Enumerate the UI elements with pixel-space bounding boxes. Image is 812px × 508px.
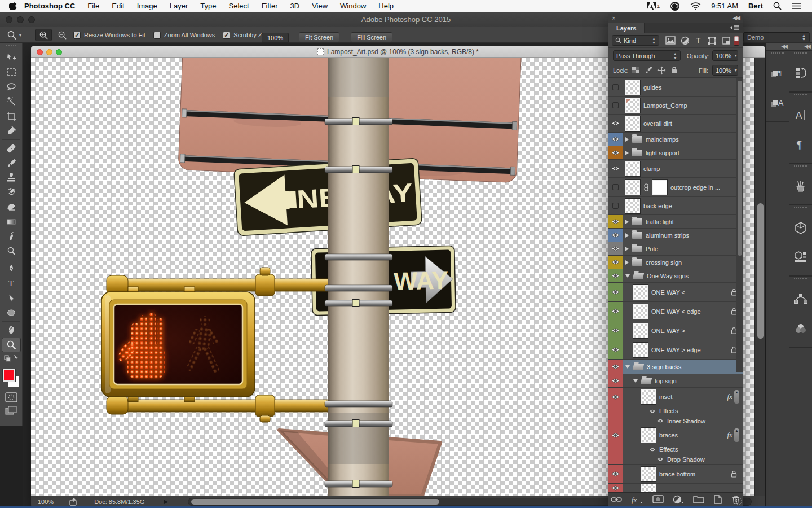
filter-toggle-switch[interactable] <box>734 36 739 46</box>
layer-name[interactable]: 3 sign backs <box>647 364 681 370</box>
menu-layer[interactable]: Layer <box>164 0 195 12</box>
layer-row[interactable]: clamp <box>608 160 743 178</box>
layer-thumbnail[interactable] <box>641 467 656 481</box>
panel-button-paragraph[interactable]: ¶ <box>789 130 812 159</box>
layer-row-content[interactable]: crossing sign <box>623 256 743 269</box>
layer-thumbnail[interactable] <box>625 116 640 131</box>
zoom-tool[interactable] <box>2 338 21 352</box>
layer-name[interactable]: mainclamps <box>646 136 679 143</box>
layer-row-content[interactable]: ONE WAY > <box>623 321 743 340</box>
visibility-cell[interactable] <box>608 302 623 321</box>
layer-row[interactable]: ONE WAY > edge <box>608 340 743 360</box>
visibility-cell[interactable] <box>608 160 623 177</box>
tools-grip[interactable] <box>6 45 16 49</box>
menubar-user[interactable]: Bert <box>743 2 768 10</box>
panel-button-color-themes[interactable] <box>789 314 812 343</box>
visibility-cell[interactable] <box>608 426 623 444</box>
layer-row-content[interactable]: Effects <box>623 406 743 416</box>
adjustment-filter-icon[interactable] <box>681 36 690 45</box>
visibility-cell[interactable] <box>608 340 623 359</box>
gradient-tool[interactable] <box>2 214 21 229</box>
dock-grip[interactable] <box>794 278 807 282</box>
checkbox-resize-windows-to-fit[interactable]: ✓Resize Windows to Fit <box>73 32 145 39</box>
collapse-caret-icon[interactable] <box>625 274 630 278</box>
layer-name[interactable]: One Way signs <box>647 273 689 279</box>
layer-group-row[interactable]: One Way signs <box>608 269 743 283</box>
visibility-cell[interactable] <box>608 374 623 387</box>
menubar-clock[interactable]: 9:51 AM <box>706 2 743 10</box>
layer-group-row[interactable]: traffic light <box>608 215 743 229</box>
lock-paint-icon[interactable] <box>645 66 653 75</box>
menu-view[interactable]: View <box>306 0 334 12</box>
layer-row-content[interactable]: 3 sign backs <box>623 360 743 374</box>
visibility-cell[interactable] <box>608 416 623 426</box>
layer-row[interactable]: brace bottom <box>608 465 743 484</box>
layer-row-content[interactable]: ONE WAY < edge <box>623 302 743 321</box>
visibility-cell[interactable] <box>608 146 623 159</box>
tab-layers[interactable]: Layers <box>608 23 645 33</box>
layer-name[interactable]: overall dirt <box>643 120 672 127</box>
layer-name[interactable]: Inner Shadow <box>667 418 705 424</box>
eye-small-icon[interactable] <box>657 418 664 423</box>
screen-mode-button[interactable] <box>2 405 21 417</box>
checkbox-box[interactable]: ✓ <box>73 32 81 39</box>
visibility-cell[interactable] <box>608 133 623 146</box>
layer-thumbnail[interactable] <box>625 80 640 95</box>
layer-name[interactable]: clamp <box>643 165 660 172</box>
layer-fx-badge[interactable]: fx <box>727 431 732 440</box>
checkbox-zoom-all-windows[interactable]: Zoom All Windows <box>153 32 215 39</box>
layer-name[interactable]: ONE WAY < <box>651 289 685 296</box>
blend-mode-dropdown[interactable]: Pass Through ▲▼ <box>613 50 681 61</box>
layer-row-content[interactable]: ONE WAY < <box>623 283 743 301</box>
eraser-tool[interactable] <box>2 200 21 214</box>
layer-row-content[interactable]: top sign <box>623 374 743 387</box>
brush-tool[interactable] <box>2 156 21 170</box>
marquee-tool[interactable] <box>2 65 21 80</box>
dock-grip[interactable] <box>771 52 784 56</box>
layer-group-row[interactable]: top sign <box>608 374 743 388</box>
layer-name[interactable]: crossing sign <box>646 259 682 266</box>
history-brush-tool[interactable] <box>2 185 21 200</box>
layer-name[interactable]: Effects <box>659 408 678 414</box>
pixel-filter-icon[interactable] <box>665 36 676 45</box>
layer-row-content[interactable]: back edge <box>623 197 743 214</box>
lock-position-icon[interactable] <box>657 66 666 75</box>
pen-tool[interactable] <box>2 261 21 276</box>
effects-row[interactable]: Effects <box>608 444 743 454</box>
move-tool[interactable] <box>2 50 21 65</box>
panel-close-icon[interactable]: × <box>612 15 615 21</box>
checkbox-box[interactable] <box>153 32 161 39</box>
expand-caret-icon[interactable] <box>625 151 629 155</box>
visibility-cell[interactable] <box>608 215 623 228</box>
visibility-empty-box[interactable] <box>612 84 619 90</box>
layer-thumbnail[interactable] <box>641 389 656 404</box>
layer-name[interactable]: Pole <box>646 246 658 252</box>
visibility-cell[interactable] <box>608 229 623 242</box>
layer-name[interactable]: inset <box>659 393 672 400</box>
layer-row[interactable]: ONE WAY < <box>608 283 743 302</box>
link-layers-button[interactable] <box>611 496 622 503</box>
doc-close-button[interactable] <box>37 49 43 55</box>
lasso-tool[interactable] <box>2 80 21 94</box>
canvas-vertical-scrollbar[interactable] <box>754 58 765 496</box>
healing-tool[interactable] <box>2 141 21 156</box>
visibility-cell[interactable] <box>608 283 623 301</box>
eye-small-icon[interactable] <box>649 409 656 414</box>
layer-row[interactable]: back edge <box>608 197 743 215</box>
layer-row-content[interactable]: bracesfx▲ <box>623 426 743 444</box>
layer-name[interactable]: braces <box>659 432 678 439</box>
panel-menu-icon[interactable] <box>730 25 740 32</box>
adobe-logo-icon[interactable]: 1 <box>642 2 665 10</box>
panel-button-character[interactable]: A <box>789 100 812 130</box>
add-mask-button[interactable] <box>652 495 664 503</box>
layer-thumbnail[interactable] <box>633 304 648 319</box>
workspace-switcher[interactable]: Demo ▲▼ <box>743 32 810 42</box>
visibility-empty-box[interactable] <box>612 102 619 108</box>
visibility-cell[interactable] <box>608 388 623 406</box>
layer-name[interactable]: aluminum strips <box>646 232 689 239</box>
menu-help[interactable]: Help <box>372 0 400 12</box>
layers-scrollbar[interactable] <box>736 78 743 372</box>
layer-name[interactable]: top sign <box>655 378 677 384</box>
layer-group-row[interactable]: aluminum strips <box>608 229 743 242</box>
type-filter-icon[interactable]: T <box>695 36 703 45</box>
